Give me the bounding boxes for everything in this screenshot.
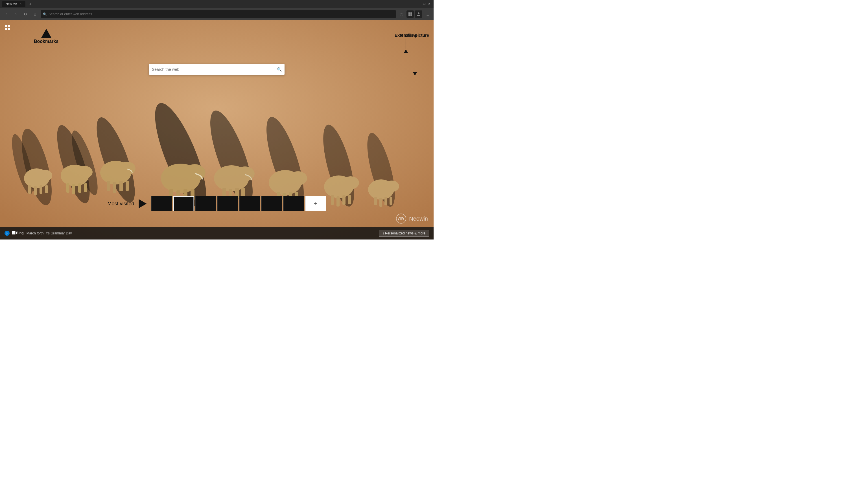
most-visited-label: Most visited: [107, 201, 134, 207]
back-button[interactable]: ‹: [2, 10, 10, 18]
svg-rect-26: [113, 182, 116, 193]
mv-tile-3[interactable]: [195, 196, 216, 211]
most-visited-arrow: [139, 199, 147, 208]
bottom-bar-left: b 🅱 Bing March forth! It's Grammar Day: [4, 231, 72, 236]
back-icon: ‹: [6, 12, 7, 17]
svg-rect-11: [34, 186, 37, 195]
svg-rect-1: [410, 12, 412, 14]
favorites-button[interactable]: ☆: [398, 10, 405, 18]
svg-rect-55: [342, 195, 345, 205]
mv-tile-5[interactable]: [239, 196, 260, 211]
neowin-watermark: Neowin: [396, 214, 428, 224]
new-tab-button[interactable]: +: [27, 1, 33, 7]
profile-button[interactable]: [415, 10, 422, 18]
puzzle-icon: [408, 12, 412, 17]
svg-rect-63: [390, 197, 392, 205]
svg-rect-54: [337, 196, 340, 206]
svg-rect-2: [408, 14, 410, 16]
personalized-news-button[interactable]: ↓ Personalized news & more: [379, 230, 429, 237]
bottom-bar: b 🅱 Bing March forth! It's Grammar Day ↓…: [0, 227, 434, 240]
settings-button[interactable]: …: [424, 10, 431, 18]
search-bar: 🔍: [149, 64, 284, 75]
ellipsis-icon: …: [425, 12, 429, 17]
svg-rect-67: [8, 28, 10, 30]
most-visited-tiles: +: [151, 196, 326, 211]
personalized-news-label: ↓ Personalized news & more: [382, 231, 425, 235]
refresh-icon: ↻: [24, 12, 27, 17]
svg-rect-66: [5, 28, 7, 30]
svg-rect-27: [119, 181, 123, 191]
forward-icon: ›: [15, 12, 17, 17]
svg-point-9: [38, 170, 52, 181]
mv-tile-4[interactable]: [217, 196, 238, 211]
star-icon: ☆: [400, 12, 403, 17]
mv-tile-6[interactable]: [261, 196, 282, 211]
svg-rect-0: [408, 12, 410, 14]
svg-rect-61: [379, 198, 382, 207]
svg-rect-21: [84, 183, 87, 192]
new-tab-page: Bookmarks 🔍 Extensions Profile picture M…: [0, 20, 434, 240]
mv-tile-1[interactable]: [151, 196, 172, 211]
svg-point-69: [400, 217, 403, 220]
svg-text:b: b: [6, 232, 8, 235]
plus-icon: +: [314, 200, 317, 207]
svg-rect-62: [384, 197, 387, 205]
svg-rect-20: [78, 183, 81, 193]
svg-rect-28: [126, 181, 129, 191]
address-input[interactable]: [49, 12, 394, 16]
title-bar: New tab ✕ + — ❐ ✕: [0, 0, 434, 8]
search-container: 🔍: [149, 64, 284, 75]
svg-rect-65: [8, 25, 10, 27]
forward-button[interactable]: ›: [12, 10, 20, 18]
svg-rect-53: [331, 195, 334, 205]
tab-close-button[interactable]: ✕: [19, 3, 22, 5]
svg-rect-64: [5, 25, 7, 27]
nav-right-buttons: ☆ …: [398, 10, 431, 18]
svg-point-4: [418, 12, 420, 14]
mv-tile-2[interactable]: [173, 196, 194, 211]
browser-tab[interactable]: New tab ✕: [2, 1, 25, 7]
close-button[interactable]: ✕: [427, 2, 431, 6]
svg-point-24: [119, 162, 135, 175]
neowin-text: Neowin: [409, 216, 428, 222]
bing-logo: b 🅱 Bing: [4, 231, 24, 236]
svg-rect-56: [348, 195, 351, 204]
most-visited-section: Most visited +: [107, 196, 326, 211]
svg-rect-3: [410, 14, 412, 16]
bottom-bar-center: ↓ Personalized news & more: [379, 230, 429, 237]
search-icon: 🔍: [277, 67, 282, 72]
minimize-button[interactable]: —: [417, 2, 421, 6]
windows-start-icon[interactable]: [4, 25, 10, 30]
svg-rect-60: [374, 197, 377, 205]
svg-rect-13: [45, 185, 48, 193]
svg-rect-25: [107, 181, 110, 191]
search-input[interactable]: [152, 67, 275, 72]
restore-button[interactable]: ❐: [422, 2, 426, 6]
mv-tile-add-button[interactable]: +: [305, 196, 326, 211]
lock-icon: 🔍: [43, 12, 47, 16]
svg-rect-10: [28, 185, 31, 194]
svg-rect-19: [72, 184, 75, 194]
neowin-logo: [396, 214, 406, 224]
profile-icon: [416, 12, 421, 17]
svg-rect-12: [39, 185, 42, 194]
extensions-button[interactable]: [406, 10, 414, 18]
title-bar-left: New tab ✕ +: [2, 1, 33, 7]
svg-point-45: [289, 171, 307, 185]
tab-title: New tab: [6, 2, 17, 6]
address-bar[interactable]: 🔍: [41, 10, 396, 18]
home-icon: ⌂: [34, 12, 36, 17]
mv-tile-7[interactable]: [283, 196, 304, 211]
svg-rect-18: [66, 183, 69, 193]
svg-point-59: [384, 181, 399, 192]
grammar-day-text: March forth! It's Grammar Day: [27, 231, 72, 235]
navigation-bar: ‹ › ↻ ⌂ 🔍 ☆ …: [0, 8, 434, 20]
home-button[interactable]: ⌂: [31, 10, 39, 18]
refresh-button[interactable]: ↻: [22, 10, 29, 18]
window-controls: — ❐ ✕: [417, 2, 431, 6]
svg-point-52: [342, 176, 359, 189]
svg-point-17: [77, 166, 93, 178]
